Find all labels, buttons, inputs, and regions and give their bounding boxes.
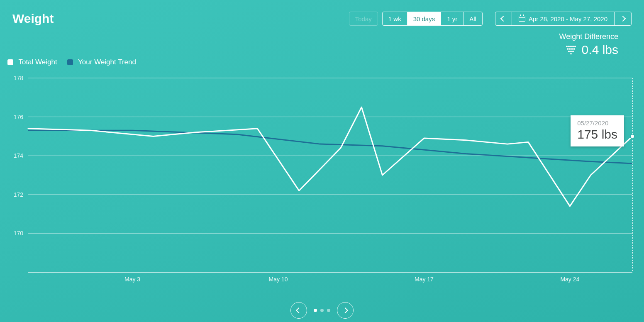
date-range-label: Apr 28, 2020 - May 27, 2020 [529,15,607,22]
legend: Total Weight Your Weight Trend [7,58,136,66]
svg-text:May 24: May 24 [560,276,579,283]
svg-point-12 [570,53,572,54]
svg-text:178: 178 [14,75,24,81]
legend-total-label: Total Weight [18,58,57,66]
weight-difference-label: Weight Difference [559,32,618,41]
tooltip-date: 05/27/2020 [577,120,617,127]
pager-dots [314,309,330,312]
date-range-nav: Apr 28, 2020 - May 27, 2020 [495,12,632,26]
date-next-button[interactable] [615,12,631,25]
svg-text:May 10: May 10 [269,276,288,283]
calendar-icon [519,16,525,22]
svg-point-10 [570,51,572,52]
weight-difference-value: 0.4 lbs [582,43,618,57]
svg-text:170: 170 [14,230,24,237]
pager-dot[interactable] [314,309,317,312]
weight-difference: Weight Difference 0.4 lbs [559,32,618,57]
weight-chart[interactable]: 170172174176178May 3May 10May 17May 24 0… [7,75,632,285]
date-range-button[interactable]: Apr 28, 2020 - May 27, 2020 [512,12,615,25]
tooltip-value: 175 lbs [577,127,617,141]
svg-point-29 [630,134,634,138]
range-segmented-control: 1 wk 30 days 1 yr All [382,12,483,26]
legend-weight-trend[interactable]: Your Weight Trend [67,58,136,66]
range-all[interactable]: All [463,12,482,25]
svg-point-4 [574,46,576,47]
svg-point-2 [570,46,572,47]
legend-trend-label: Your Weight Trend [78,58,136,66]
pager-dot[interactable] [320,309,324,312]
range-1yr[interactable]: 1 yr [441,12,463,25]
svg-point-3 [572,46,574,47]
chevron-right-icon [620,16,626,22]
legend-swatch-total [7,59,13,65]
svg-point-11 [572,51,574,52]
legend-swatch-trend [67,59,73,65]
scale-icon [565,45,577,54]
svg-point-6 [569,48,571,50]
svg-text:174: 174 [14,152,24,159]
chevron-left-icon [296,307,302,313]
svg-text:172: 172 [14,191,24,198]
svg-point-5 [567,48,568,50]
legend-total-weight[interactable]: Total Weight [7,58,57,66]
svg-text:176: 176 [14,114,24,120]
page-title: Weight [12,12,54,26]
svg-point-0 [566,46,568,47]
range-30days[interactable]: 30 days [407,12,442,25]
svg-text:May 3: May 3 [124,276,140,283]
carousel-pager [290,302,354,319]
pager-dot[interactable] [327,309,330,312]
svg-point-7 [571,48,573,50]
header: Weight Today 1 wk 30 days 1 yr All Apr 2… [0,0,644,29]
svg-point-8 [573,48,575,50]
range-today-button: Today [349,12,378,26]
chevron-right-icon [342,307,348,313]
pager-next-button[interactable] [337,302,354,319]
pager-prev-button[interactable] [290,302,307,319]
chart-tooltip: 05/27/2020 175 lbs [571,115,624,146]
range-1wk[interactable]: 1 wk [383,12,407,25]
date-prev-button[interactable] [495,12,512,25]
svg-point-1 [568,46,570,47]
svg-text:May 17: May 17 [415,276,434,283]
svg-point-9 [568,51,570,52]
chevron-left-icon [500,16,506,22]
